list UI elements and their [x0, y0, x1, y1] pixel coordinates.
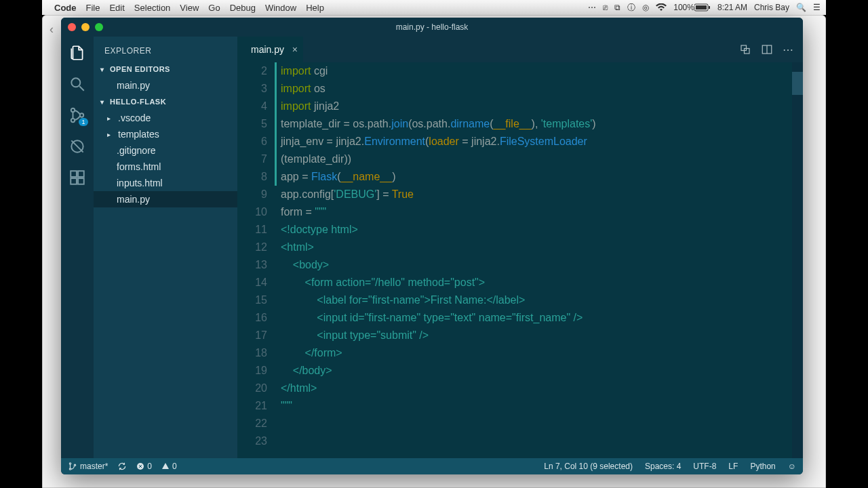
sync-status[interactable]	[117, 462, 127, 471]
open-editors-section[interactable]: ▾OPEN EDITORS	[94, 62, 237, 76]
tree-item[interactable]: inputs.html	[94, 175, 237, 191]
menu-edit[interactable]: Edit	[109, 3, 124, 13]
svg-point-19	[69, 468, 71, 470]
menu-file[interactable]: File	[86, 3, 100, 13]
svg-point-20	[74, 464, 75, 466]
editor-group: main.py × ⋯ 2345678910111213141516171819…	[237, 37, 803, 458]
svg-point-18	[69, 463, 71, 464]
cursor-position[interactable]: Ln 7, Col 10 (9 selected)	[544, 462, 633, 471]
menu-go[interactable]: Go	[208, 3, 220, 13]
minimize-window-button[interactable]	[81, 23, 90, 31]
minimap[interactable]	[792, 62, 803, 458]
sidebar-title: EXPLORER	[94, 37, 237, 62]
status-bar: master* 0 0 Ln 7, Col 10 (9 selected) Sp…	[61, 458, 803, 474]
svg-rect-11	[78, 171, 84, 177]
clock[interactable]: 8:21 AM	[717, 3, 747, 12]
wifi-icon[interactable]	[656, 3, 667, 12]
debug-icon[interactable]	[68, 137, 87, 156]
screenshot-icon[interactable]: ⎚	[603, 3, 608, 12]
activity-bar: 1	[61, 37, 94, 458]
compare-icon[interactable]	[739, 43, 751, 56]
menu-help[interactable]: Help	[306, 3, 324, 13]
git-modified-indicator	[275, 62, 277, 186]
zoom-window-button[interactable]	[95, 23, 103, 31]
explorer-icon[interactable]	[68, 43, 87, 62]
tab-main-py[interactable]: main.py ×	[237, 37, 303, 62]
svg-rect-1	[709, 6, 710, 9]
tree-item[interactable]: ▸.vscode	[94, 110, 237, 126]
warnings-status[interactable]: 0	[161, 462, 177, 471]
svg-rect-12	[71, 178, 77, 184]
search-icon[interactable]	[68, 75, 87, 94]
menu-icon[interactable]: ☰	[813, 3, 821, 12]
svg-rect-14	[741, 45, 747, 51]
git-branch-status[interactable]: master*	[68, 462, 108, 471]
svg-point-7	[80, 113, 83, 117]
editor[interactable]: 234567891011121314151617181920212223 imp…	[237, 62, 803, 458]
svg-point-3	[71, 78, 80, 87]
git-badge: 1	[79, 118, 88, 126]
user-name[interactable]: Chris Bay	[754, 3, 789, 12]
menu-debug[interactable]: Debug	[230, 3, 256, 13]
titlebar[interactable]: main.py - hello-flask	[61, 18, 803, 37]
mac-menubar: Code File Edit Selection View Go Debug W…	[42, 0, 826, 15]
svg-rect-10	[71, 171, 77, 177]
vscode-window: main.py - hello-flask 1 EXPLORER ▾OPEN E…	[61, 18, 803, 474]
menu-view[interactable]: View	[180, 3, 199, 13]
svg-rect-13	[78, 178, 84, 184]
svg-point-5	[71, 108, 75, 112]
language-status[interactable]: Python	[750, 462, 775, 471]
extensions-icon[interactable]	[68, 168, 87, 187]
split-editor-icon[interactable]	[761, 43, 773, 56]
menubar-extra-icon[interactable]: ⋯	[588, 3, 596, 12]
dropbox-icon[interactable]: ⧉	[614, 3, 620, 12]
battery-status[interactable]: 100%	[673, 3, 711, 12]
feedback-icon[interactable]: ☺	[788, 462, 796, 471]
svg-rect-15	[745, 49, 750, 54]
errors-status[interactable]: 0	[136, 462, 152, 471]
close-tab-icon[interactable]: ×	[292, 44, 298, 55]
menu-window[interactable]: Window	[265, 3, 296, 13]
menu-selection[interactable]: Selection	[134, 3, 170, 13]
tree-item[interactable]: .gitignore	[94, 142, 237, 159]
tree-item[interactable]: ▸templates	[94, 126, 237, 142]
tree-item[interactable]: forms.html	[94, 159, 237, 175]
close-window-button[interactable]	[68, 23, 76, 31]
more-icon[interactable]: ⋯	[783, 43, 793, 56]
encoding-status[interactable]: UTF-8	[693, 462, 716, 471]
indent-status[interactable]: Spaces: 4	[645, 462, 681, 471]
window-title: main.py - hello-flask	[396, 22, 469, 32]
open-editor-item[interactable]: main.py	[94, 77, 237, 94]
svg-rect-2	[696, 5, 707, 9]
info-icon[interactable]: ⓘ	[627, 2, 635, 14]
source-control-icon[interactable]: 1	[68, 106, 87, 125]
tree-item[interactable]: main.py	[94, 191, 237, 207]
sidebar: EXPLORER ▾OPEN EDITORS main.py ▾HELLO-FL…	[94, 37, 237, 458]
minimap-viewport[interactable]	[792, 72, 803, 95]
svg-point-6	[71, 119, 75, 122]
spotlight-icon[interactable]: 🔍	[796, 3, 806, 12]
eol-status[interactable]: LF	[728, 462, 738, 471]
sync-icon[interactable]: ◎	[642, 3, 649, 12]
folder-section[interactable]: ▾HELLO-FLASK	[94, 95, 237, 108]
svg-line-4	[79, 86, 84, 91]
app-name[interactable]: Code	[54, 3, 77, 13]
back-icon: ‹	[50, 22, 54, 37]
tab-bar: main.py × ⋯	[237, 37, 803, 62]
